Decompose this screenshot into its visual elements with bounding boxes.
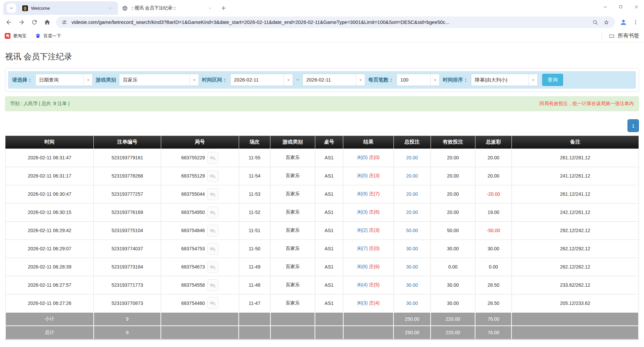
video-replay-icon: [210, 191, 216, 197]
home-icon[interactable]: [41, 16, 53, 28]
tab-welcome[interactable]: Welcome: [18, 1, 117, 15]
cell-valid-bet: 20.00: [431, 149, 475, 167]
cell-payout: 20.00: [475, 149, 511, 167]
video-replay-icon: [210, 300, 216, 306]
result-banker: 庄(3): [369, 227, 380, 233]
tab-bet-record[interactable]: :::视讯 会员下注纪录:::: [118, 1, 216, 15]
round-number: 683754558: [181, 282, 205, 288]
video-replay-icon: [210, 155, 216, 161]
video-replay-button[interactable]: [207, 225, 218, 236]
video-replay-button[interactable]: [207, 279, 218, 291]
result-player: 闲(3): [357, 209, 368, 215]
cell-result: 闲(7)庄(0): [343, 240, 393, 258]
date-end-input[interactable]: 2026-02-11: [302, 74, 365, 86]
bookmark-star-icon[interactable]: [603, 19, 610, 26]
address-bar[interactable]: videoie.com/game/betrecord_search/kind3?…: [56, 17, 615, 28]
page-1-button[interactable]: 1: [627, 119, 639, 132]
folder-icon: [609, 33, 615, 39]
cell-total-bet: 30.00: [393, 240, 431, 258]
cell-result: 闲(5)庄(3): [343, 167, 393, 185]
video-replay-button[interactable]: [207, 261, 218, 273]
round-number: 683754753: [181, 246, 205, 251]
total-bet-link[interactable]: 20.00: [406, 210, 418, 215]
maximize-icon[interactable]: [613, 0, 628, 13]
tab-close-icon[interactable]: [107, 5, 113, 11]
cell-payout: 0.00: [475, 258, 511, 276]
total-bet-link[interactable]: 50.00: [406, 228, 418, 233]
minimize-icon[interactable]: [597, 0, 613, 13]
cell-table-no: AS1: [315, 149, 343, 167]
result-banker: 庄(4): [369, 300, 380, 306]
col-header-payout: 总派彩: [475, 136, 511, 149]
cell-table-no: AS1: [315, 167, 343, 185]
zoom-icon[interactable]: [591, 19, 599, 26]
taobao-icon: 淘: [5, 33, 10, 39]
result-player: 闲(5): [357, 155, 368, 160]
total-bet-link[interactable]: 20.00: [406, 191, 418, 197]
col-header-round: 局号: [161, 136, 239, 149]
bookmarks-bar: 淘 爱淘宝 百度一下 所有书签: [0, 30, 644, 42]
sort-select[interactable]: 降幂(由大到小): [471, 74, 538, 86]
total-bet-link[interactable]: 30.00: [406, 301, 418, 306]
browser-menu-icon[interactable]: [630, 17, 641, 28]
total-bet-link[interactable]: 20.00: [406, 173, 418, 179]
cell-game-kind: 百家乐: [270, 258, 315, 276]
date-start-input[interactable]: 2026-02-11: [230, 74, 293, 86]
all-bookmarks[interactable]: 所有书签: [602, 32, 639, 39]
forward-icon[interactable]: [16, 16, 28, 28]
close-icon[interactable]: [628, 0, 644, 13]
video-replay-button[interactable]: [207, 243, 218, 255]
back-icon[interactable]: [3, 16, 15, 28]
table-row: 2026-02-11 06:27:57 523193771773 6837545…: [5, 276, 639, 294]
total-bet-link[interactable]: 30.00: [406, 264, 418, 270]
cell-round: 683755044: [161, 185, 239, 203]
game-kind-select[interactable]: 百家乐: [119, 74, 199, 86]
video-replay-button[interactable]: [207, 152, 218, 164]
cell-time: 2026-02-11 06:30:47: [5, 185, 94, 203]
table-row: 2026-02-11 06:27:26 523193770873 6837544…: [5, 294, 639, 312]
total-bet-link[interactable]: 20.00: [406, 155, 418, 160]
search-button[interactable]: 查询: [542, 74, 563, 86]
cell-bet-id: 523193771773: [94, 276, 161, 294]
time-range-label: 时间区间：: [202, 77, 227, 83]
total-bet-link[interactable]: 30.00: [406, 282, 418, 288]
new-tab-button[interactable]: [218, 3, 229, 13]
cell-valid-bet: 0.00: [431, 258, 475, 276]
chevron-down-icon[interactable]: [356, 74, 365, 86]
cell-total-bet: 20.00: [393, 203, 431, 221]
bookmark-aitaobao[interactable]: 淘 爱淘宝: [5, 33, 26, 39]
url-text[interactable]: videoie.com/game/betrecord_search/kind3?…: [71, 20, 588, 25]
tab-close-icon[interactable]: [207, 5, 213, 11]
col-header-session: 场次: [239, 136, 270, 149]
cell-empty: [511, 326, 639, 339]
chevron-down-icon[interactable]: [528, 74, 537, 86]
cell-valid-bet: 20.00: [431, 203, 475, 221]
chevron-down-icon[interactable]: [430, 74, 439, 86]
tab-search-button[interactable]: [7, 3, 16, 13]
cell-bet-id: 523193775104: [94, 221, 161, 240]
video-replay-button[interactable]: [207, 297, 218, 309]
total-bet-link[interactable]: 30.00: [406, 246, 418, 251]
bookmark-baidu[interactable]: 百度一下: [35, 33, 61, 39]
site-settings-icon[interactable]: [61, 19, 68, 26]
query-type-select[interactable]: 日期查询: [35, 74, 93, 86]
cell-game-kind: 百家乐: [270, 221, 315, 240]
round-number: 683755044: [181, 191, 205, 197]
pagination: 1: [5, 119, 639, 132]
cell-empty: [239, 312, 270, 326]
chevron-down-icon[interactable]: [83, 74, 92, 86]
cell-payout: 28.50: [475, 276, 511, 294]
query-type-value: 日期查询: [36, 74, 83, 86]
profile-avatar[interactable]: [618, 17, 629, 28]
cell-empty: [343, 326, 393, 339]
chevron-down-icon[interactable]: [284, 74, 293, 86]
page-size-select[interactable]: 100: [397, 74, 440, 86]
cell-total-bet: 50.00: [393, 221, 431, 240]
chevron-down-icon[interactable]: [189, 74, 199, 86]
video-replay-icon: [210, 227, 216, 234]
video-replay-button[interactable]: [207, 188, 218, 200]
video-replay-button[interactable]: [207, 170, 218, 182]
reload-icon[interactable]: [28, 16, 40, 28]
video-replay-button[interactable]: [207, 207, 218, 218]
cell-result: 闲(2)庄(3): [343, 221, 393, 240]
